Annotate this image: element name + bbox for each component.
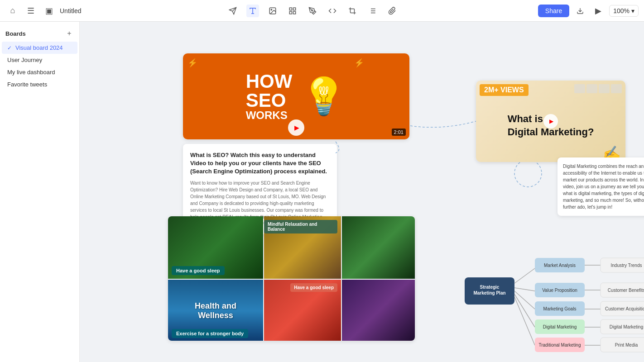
topbar-right: Share ▶ 100% ▾ — [538, 4, 639, 18]
sidebar-item-user-journey[interactable]: User Journey — [2, 54, 77, 66]
seo-video-thumbnail[interactable]: HOW SEO WORKS 💡 ⚡ ⚡ 2:01 — [183, 53, 409, 139]
collage-food-cell: Mindful Relaxation and Balance — [264, 216, 341, 279]
line-value — [514, 288, 535, 291]
mindmap-svg: Strategic Marketing Plan Market Analysis… — [451, 225, 644, 359]
image-icon[interactable] — [266, 5, 279, 17]
sidebar-item-visual-board-2024[interactable]: ✓ Visual board 2024 — [2, 42, 77, 54]
home-button[interactable]: ⌂ — [5, 4, 20, 18]
sleep-label: Have a good sleep — [172, 266, 225, 275]
crop-icon[interactable] — [346, 5, 359, 17]
canvas[interactable]: HOW SEO WORKS 💡 ⚡ ⚡ 2:01 What is SEO? Wa… — [80, 22, 644, 362]
meditation-img — [342, 280, 415, 341]
print-media-label: Print Media — [615, 343, 638, 348]
collage-lake-cell: Health andWellness Exercise for a strong… — [168, 280, 263, 341]
line-traditional — [514, 297, 535, 345]
customer-acquisition-label: Customer Acquisition — [605, 306, 644, 311]
topbar-left: ⌂ ☰ ▣ Untitled — [5, 4, 87, 18]
attachment-icon[interactable] — [386, 5, 399, 17]
main-layout: Boards + ✓ Visual board 2024 User Journe… — [0, 22, 644, 362]
seo-video-duration: 2:01 — [392, 129, 406, 136]
line-digital — [514, 294, 535, 327]
send-icon[interactable] — [226, 5, 239, 17]
health-wellness-label: Health andWellness — [195, 301, 236, 320]
topbar: ⌂ ☰ ▣ Untitled Shar — [0, 0, 644, 22]
seo-thumb-text: HOW SEO WORKS — [246, 72, 293, 121]
marketing-goals-label: Marketing Goals — [543, 306, 577, 311]
sidebar-item-label: User Journey — [7, 57, 42, 63]
center-label-line2: Marketing Plan — [473, 291, 505, 295]
svg-point-18 — [514, 160, 542, 187]
share-button[interactable]: Share — [538, 5, 569, 17]
lightning-icon: ⚡ — [187, 58, 197, 68]
seo-video-card[interactable]: HOW SEO WORKS 💡 ⚡ ⚡ 2:01 — [183, 53, 409, 139]
collage-trees-cell — [342, 216, 415, 279]
zoom-control[interactable]: 100% ▾ — [609, 5, 639, 17]
topbar-center — [91, 5, 534, 17]
line-goals — [514, 291, 535, 309]
sidebar-item-label: Favorite tweets — [7, 81, 47, 88]
lightning-icon-2: ⚡ — [354, 58, 364, 68]
traditional-marketing-label: Traditional Marketing — [538, 343, 581, 348]
svg-point-5 — [271, 9, 272, 10]
zoom-level: 100% — [613, 7, 630, 14]
list-icon[interactable] — [366, 5, 379, 17]
play-button[interactable]: ▶ — [591, 4, 606, 18]
mindful-label: Mindful Relaxation and Balance — [264, 220, 337, 233]
sidebar-item-favorite-tweets[interactable]: Favorite tweets — [2, 78, 77, 90]
have-good-sleep-label-2: Have a good sleep — [290, 283, 337, 292]
mindmap-container: Strategic Marketing Plan Market Analysis… — [451, 225, 644, 359]
dm-play-button[interactable]: ▶ — [543, 114, 558, 129]
sidebar-toggle-button[interactable]: ▣ — [42, 4, 56, 18]
menu-button[interactable]: ☰ — [24, 4, 38, 18]
digital-marketing-label: Digital Marketing — [543, 324, 577, 329]
collage-meditation-cell — [342, 280, 415, 341]
pen-icon[interactable] — [306, 5, 319, 17]
exercise-label: Exercise for a stronger body — [172, 329, 248, 338]
svg-rect-7 — [293, 8, 295, 10]
svg-point-10 — [312, 10, 313, 11]
customer-benefits-label: Customer Benefits — [608, 288, 644, 293]
code-icon[interactable] — [326, 5, 339, 17]
collage-yoga-cell: Have a good sleep — [264, 280, 341, 341]
text-icon[interactable] — [246, 5, 259, 17]
svg-rect-8 — [289, 11, 292, 14]
dm-video-thumbnail[interactable]: 2M+ VIEWS What is Digital Marketing? ✍️ … — [476, 81, 625, 162]
seo-text-title: What is SEO? Watch this easy to understa… — [190, 151, 330, 176]
collage-forest-cell: Have a good sleep — [168, 216, 263, 279]
download-button[interactable] — [573, 4, 587, 18]
center-label-line1: Strategic — [480, 285, 500, 290]
dm-icons-row — [574, 84, 622, 93]
dm-text-card: Digital Marketing combines the reach and… — [557, 157, 644, 216]
market-analysis-label: Market Analysis — [544, 263, 576, 268]
health-collage: Have a good sleep Mindful Relaxation and… — [168, 216, 415, 341]
industry-trends-label: Industry Trends — [611, 263, 642, 268]
seo-bulb-icon: 💡 — [301, 75, 346, 118]
sidebar-item-label: Visual board 2024 — [15, 44, 63, 51]
line-market — [514, 268, 535, 283]
trees-img — [342, 216, 415, 279]
svg-rect-9 — [293, 11, 295, 14]
seo-play-button[interactable] — [288, 119, 304, 136]
sidebar: Boards + ✓ Visual board 2024 User Journe… — [0, 22, 80, 362]
tab-title: Untitled — [60, 7, 81, 14]
sidebar-header: Boards + — [0, 27, 79, 42]
svg-rect-6 — [289, 8, 292, 10]
zoom-chevron: ▾ — [631, 7, 634, 14]
apps-icon[interactable] — [286, 5, 299, 17]
dm-video-card[interactable]: 2M+ VIEWS What is Digital Marketing? ✍️ … — [476, 81, 625, 162]
sidebar-item-my-live-dashboard[interactable]: My live dashboard — [2, 66, 77, 78]
value-prop-label: Value Proposition — [542, 288, 577, 293]
sidebar-item-label: My live dashboard — [7, 69, 55, 76]
add-board-button[interactable]: + — [65, 29, 74, 38]
dm-views-badge: 2M+ VIEWS — [480, 84, 529, 96]
check-icon: ✓ — [7, 45, 12, 51]
boards-label: Boards — [5, 30, 26, 37]
digital-marketing-r-label: Digital Marketing — [610, 324, 643, 329]
